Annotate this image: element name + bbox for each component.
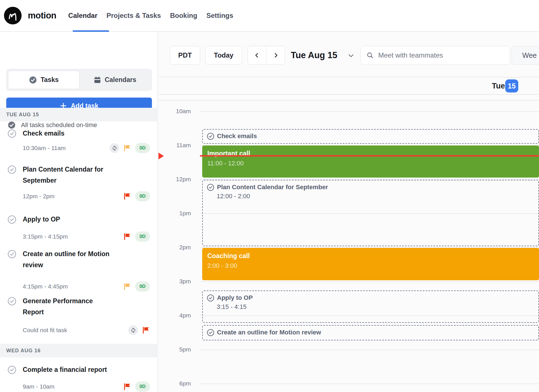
date-nav-group <box>248 46 285 65</box>
day-header-weekday: Tue <box>443 80 505 92</box>
task-row-check-emails[interactable]: Check emails 10:30am - 11am 0D <box>0 128 158 153</box>
auto-schedule-sync-icon <box>110 143 119 153</box>
toggle-tasks-label: Tasks <box>41 76 59 84</box>
view-selector-label: Wee <box>522 51 537 60</box>
flag-icon-red <box>141 326 150 334</box>
allday-lane-bottom-divider <box>159 100 539 101</box>
flag-icon-red <box>123 232 131 241</box>
task-status-text: Could not fit task <box>23 327 126 334</box>
event-title: Plan Content Calendar for September <box>217 183 328 192</box>
timezone-button[interactable]: PDT <box>170 46 200 65</box>
calendar-icon <box>93 76 101 84</box>
auto-schedule-sync-icon <box>128 325 138 335</box>
calendar-task-check-emails[interactable]: Check emails <box>202 129 539 144</box>
hour-label: 1pm <box>159 209 191 218</box>
hour-label: 4pm <box>159 311 191 320</box>
task-title: Apply to OP <box>23 214 150 225</box>
task-check-icon[interactable] <box>7 297 16 306</box>
task-time: 10:30am - 11am <box>23 145 107 151</box>
flag-icon-orange <box>123 282 131 291</box>
toggle-tasks[interactable]: Tasks <box>8 71 80 89</box>
event-time: 3:15 - 4:15 <box>217 303 534 311</box>
nav-tab-projects-tasks[interactable]: Projects & Tasks <box>104 12 163 20</box>
task-check-icon[interactable] <box>7 129 16 138</box>
motion-logo[interactable] <box>4 7 22 24</box>
current-time-marker-icon <box>158 153 164 159</box>
task-check-icon[interactable] <box>207 184 214 191</box>
toggle-calendars-label: Calendars <box>105 76 136 84</box>
current-time-line <box>200 155 539 157</box>
search-input[interactable] <box>378 51 504 59</box>
sidebar: Tasks Calendars Add task All tasks sched… <box>0 32 158 392</box>
gridline-10am <box>200 111 539 112</box>
event-time: 12:00 - 2:00 <box>217 193 534 200</box>
calendar-event-important-call[interactable]: Important call 11:00 - 12:00 <box>202 146 539 178</box>
event-title: Apply to OP <box>217 293 253 302</box>
calendar-task-create-outline[interactable]: Create an outline for Motion review <box>202 325 539 340</box>
task-check-icon[interactable] <box>7 165 16 174</box>
task-check-icon[interactable] <box>207 132 214 140</box>
hour-label: 6pm <box>159 379 191 388</box>
nav-tab-settings[interactable]: Settings <box>204 12 236 20</box>
task-row-create-outline[interactable]: Create an outline for Motion review 4:15… <box>0 248 158 292</box>
gridline-5pm <box>200 349 539 350</box>
deadline-badge: 0D <box>135 191 150 201</box>
nav-tab-booking[interactable]: Booking <box>168 12 200 20</box>
hour-label: 10am <box>159 107 191 115</box>
section-label: WED AUG 16 <box>6 348 41 354</box>
task-title: Plan Content Calendar for September <box>23 164 119 186</box>
task-check-icon[interactable] <box>207 329 214 336</box>
event-title: Coaching call <box>207 252 534 260</box>
event-time: 2:00 - 3:00 <box>207 262 534 269</box>
task-row-generate-performance-report[interactable]: Generate Performance Report Could not fi… <box>0 296 158 335</box>
event-time: 11:00 - 12:00 <box>207 160 534 167</box>
chevron-left-icon <box>253 52 261 59</box>
motion-logo-glyph <box>7 10 19 22</box>
task-title: Check emails <box>23 128 150 139</box>
hour-label: 3pm <box>159 277 191 286</box>
task-time: 9am - 10am <box>23 383 119 390</box>
prev-day-button[interactable] <box>248 46 266 64</box>
task-row-plan-content-calendar[interactable]: Plan Content Calendar for September 12pm… <box>0 164 158 201</box>
gridline-3pm <box>200 281 539 282</box>
section-label: TUE AUG 15 <box>6 112 39 118</box>
task-check-icon[interactable] <box>207 294 214 302</box>
chevron-down-icon[interactable] <box>347 52 355 60</box>
chevron-right-icon <box>272 52 279 59</box>
toggle-calendars[interactable]: Calendars <box>80 71 151 89</box>
deadline-badge: 0D <box>135 231 150 242</box>
task-title: Complete a financial report <box>23 364 150 375</box>
header-divider <box>159 77 539 77</box>
today-label: Today <box>214 51 233 59</box>
calendar-event-coaching-call[interactable]: Coaching call 2:00 - 3:00 <box>202 248 539 280</box>
calendar-task-plan-content-calendar[interactable]: Plan Content Calendar for September 12:0… <box>202 180 539 246</box>
task-time: 3:15pm - 4:15pm <box>23 233 119 240</box>
next-day-button[interactable] <box>266 46 285 64</box>
task-title: Generate Performance Report <box>23 296 108 318</box>
section-header-tue-aug-15: TUE AUG 15 <box>0 108 158 121</box>
hour-label: 11am <box>159 141 191 149</box>
today-button[interactable]: Today <box>205 46 242 65</box>
task-check-icon[interactable] <box>7 250 16 259</box>
brand-wordmark: motion <box>28 10 56 21</box>
gridline-6pm <box>200 383 539 384</box>
deadline-badge: 0D <box>135 382 150 392</box>
deadline-badge: 0D <box>135 281 150 292</box>
task-row-apply-to-op[interactable]: Apply to OP 3:15pm - 4:15pm 0D <box>0 214 158 242</box>
check-circle-icon <box>29 76 37 84</box>
task-check-icon[interactable] <box>7 215 16 224</box>
calendar-task-apply-to-op[interactable]: Apply to OP 3:15 - 4:15 <box>202 290 539 323</box>
calendar-search[interactable] <box>360 46 510 65</box>
allday-lane-top-divider <box>159 94 539 95</box>
search-icon <box>366 52 374 59</box>
nav-tab-calendar[interactable]: Calendar <box>66 12 100 20</box>
deadline-badge: 0D <box>135 143 150 153</box>
current-date-label[interactable]: Tue Aug 15 <box>291 46 337 65</box>
task-row-complete-financial-report[interactable]: Complete a financial report 9am - 10am 0… <box>0 364 158 392</box>
tasks-calendars-toggle: Tasks Calendars <box>6 69 152 91</box>
task-check-icon[interactable] <box>7 365 16 374</box>
day-header-date-badge[interactable]: 15 <box>505 79 518 92</box>
view-selector-button[interactable]: Wee <box>511 46 539 65</box>
event-title: Create an outline for Motion review <box>217 328 321 337</box>
flag-icon-red <box>123 382 131 391</box>
